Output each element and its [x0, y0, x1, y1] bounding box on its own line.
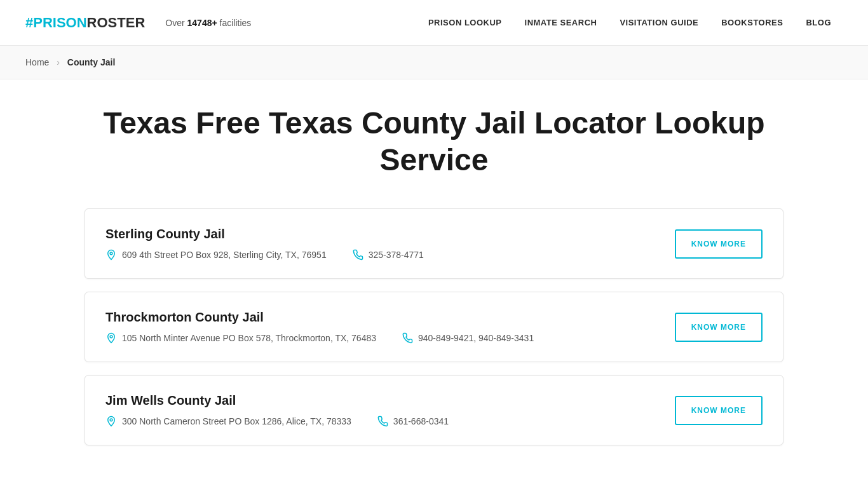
jail-name: Sterling County Jail	[105, 227, 649, 241]
location-icon	[105, 332, 117, 344]
svg-point-2	[110, 419, 112, 421]
jail-address: 300 North Cameron Street PO Box 1286, Al…	[105, 416, 351, 427]
svg-point-1	[110, 336, 112, 338]
phone-icon	[352, 249, 363, 261]
site-logo[interactable]: #PRISONROSTER	[25, 15, 145, 31]
phone-icon	[402, 332, 413, 344]
breadcrumb-home[interactable]: Home	[25, 57, 49, 67]
jail-phone: 361-668-0341	[377, 416, 449, 427]
nav-visitation-guide[interactable]: VISITATION GUIDE	[608, 18, 710, 27]
jail-info: Jim Wells County Jail 300 North Cameron …	[105, 393, 649, 427]
jail-address: 609 4th Street PO Box 928, Sterling City…	[105, 249, 327, 261]
jail-details: 300 North Cameron Street PO Box 1286, Al…	[105, 416, 649, 427]
logo-roster: ROSTER	[87, 15, 146, 31]
breadcrumb-current: County Jail	[67, 57, 115, 67]
location-icon	[105, 249, 117, 261]
svg-point-0	[110, 252, 112, 255]
breadcrumb-separator: ›	[57, 57, 60, 67]
logo-prison: PRISON	[33, 15, 86, 31]
location-icon	[105, 416, 117, 427]
facilities-number: 14748+	[187, 18, 217, 28]
know-more-button[interactable]: KNOW MORE	[675, 396, 763, 425]
jail-card: Sterling County Jail 609 4th Street PO B…	[85, 208, 783, 279]
jail-details: 105 North Minter Avenue PO Box 578, Thro…	[105, 332, 649, 344]
jail-address: 105 North Minter Avenue PO Box 578, Thro…	[105, 332, 376, 344]
jail-card: Throckmorton County Jail 105 North Minte…	[85, 292, 783, 362]
jail-name: Jim Wells County Jail	[105, 393, 649, 408]
breadcrumb: Home › County Jail	[0, 46, 868, 79]
jail-phone: 325-378-4771	[352, 249, 424, 261]
logo-hash: #	[25, 15, 33, 31]
nav-prison-lookup[interactable]: PRISON LOOKUP	[417, 18, 513, 27]
page-title: Texas Free Texas County Jail Locator Loo…	[85, 105, 783, 178]
jail-info: Sterling County Jail 609 4th Street PO B…	[105, 227, 649, 261]
nav-bookstores[interactable]: BOOKSTORES	[710, 18, 794, 27]
jail-info: Throckmorton County Jail 105 North Minte…	[105, 310, 649, 344]
jail-card: Jim Wells County Jail 300 North Cameron …	[85, 375, 783, 445]
know-more-button[interactable]: KNOW MORE	[675, 313, 763, 342]
nav-blog[interactable]: BLOG	[794, 18, 843, 27]
jail-phone: 940-849-9421, 940-849-3431	[402, 332, 534, 344]
know-more-button[interactable]: KNOW MORE	[675, 229, 763, 259]
site-header: #PRISONROSTER Over 14748+ facilities PRI…	[0, 0, 868, 46]
facilities-count-text: Over 14748+ facilities	[165, 18, 251, 28]
phone-icon	[377, 416, 388, 427]
main-content: Texas Free Texas County Jail Locator Loo…	[59, 79, 809, 488]
jail-name: Throckmorton County Jail	[105, 310, 649, 325]
nav-inmate-search[interactable]: INMATE SEARCH	[513, 18, 609, 27]
jail-details: 609 4th Street PO Box 928, Sterling City…	[105, 249, 649, 261]
main-nav: PRISON LOOKUP INMATE SEARCH VISITATION G…	[417, 18, 843, 27]
